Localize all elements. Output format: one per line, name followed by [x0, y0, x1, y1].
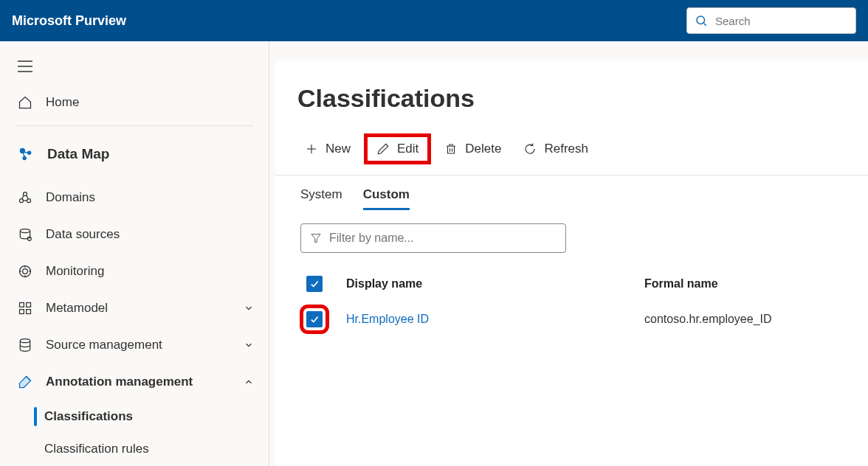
nav-domains[interactable]: Domains — [0, 179, 269, 216]
nav-source-management[interactable]: Source management — [0, 327, 269, 364]
plus-icon — [305, 142, 318, 156]
nav-section-label: Data Map — [47, 146, 109, 162]
svg-rect-22 — [27, 303, 31, 307]
row-checkbox[interactable] — [306, 311, 323, 327]
filter-icon — [310, 232, 322, 244]
filter-box[interactable] — [300, 223, 566, 253]
svg-rect-24 — [27, 310, 31, 314]
row-display-name[interactable]: Hr.Employee ID — [346, 313, 627, 326]
edit-button[interactable]: Edit — [364, 133, 431, 164]
search-icon — [695, 14, 708, 27]
nav-item-label: Data sources — [46, 227, 120, 242]
table-row: Hr.Employee ID contoso.hr.employee_ID — [300, 302, 843, 337]
new-button[interactable]: New — [296, 137, 359, 161]
nav-divider — [15, 125, 254, 126]
chevron-down-icon — [244, 340, 254, 350]
svg-point-13 — [20, 229, 30, 233]
chevron-down-icon — [244, 303, 254, 313]
check-icon — [309, 314, 320, 324]
trash-icon — [444, 142, 458, 156]
nav-item-label: Domains — [46, 190, 95, 205]
global-search[interactable] — [686, 7, 856, 34]
svg-line-1 — [703, 23, 706, 25]
nav-section-data-map[interactable]: Data Map — [0, 133, 269, 175]
pencil-icon — [376, 142, 390, 156]
delete-button[interactable]: Delete — [435, 137, 510, 161]
nav-item-label: Source management — [46, 338, 162, 352]
svg-point-16 — [23, 269, 28, 274]
toolbar-label: Edit — [397, 142, 418, 156]
monitoring-icon — [18, 264, 32, 279]
data-sources-icon — [18, 227, 32, 242]
app-header: Microsoft Purview — [0, 0, 868, 41]
subnav-label: Classification rules — [44, 442, 149, 456]
sidebar: Home Data Map Domains Data sources Monit… — [0, 41, 269, 466]
subnav-classifications[interactable]: Classifications — [34, 400, 269, 433]
svg-line-9 — [23, 153, 24, 157]
refresh-button[interactable]: Refresh — [514, 137, 597, 161]
brand-title: Microsoft Purview — [12, 13, 126, 29]
svg-point-11 — [20, 199, 24, 203]
nav-data-sources[interactable]: Data sources — [0, 216, 269, 253]
toolbar-label: New — [326, 142, 351, 156]
nav-item-label: Annotation management — [46, 375, 193, 389]
nav-annotation-management[interactable]: Annotation management — [0, 364, 269, 400]
chevron-up-icon — [244, 377, 254, 387]
classifications-table: Display name Formal name Hr.Employee ID … — [275, 259, 868, 337]
metamodel-icon — [18, 301, 32, 316]
nav-item-label: Monitoring — [46, 264, 104, 279]
table-header: Display name Formal name — [300, 266, 843, 302]
nav-home-label: Home — [46, 95, 79, 110]
data-map-icon — [18, 146, 34, 162]
svg-point-12 — [27, 199, 31, 203]
home-icon — [18, 95, 32, 110]
main-content: Classifications New Edit Delete Refresh … — [275, 60, 868, 466]
svg-rect-21 — [20, 303, 24, 307]
search-input[interactable] — [715, 15, 848, 27]
nav-metamodel[interactable]: Metamodel — [0, 290, 269, 327]
nav-home[interactable]: Home — [0, 84, 269, 121]
nav-item-label: Metamodel — [46, 301, 108, 316]
subnav-classification-rules[interactable]: Classification rules — [34, 433, 269, 465]
nav-monitoring[interactable]: Monitoring — [0, 253, 269, 290]
toolbar-label: Delete — [465, 142, 501, 156]
refresh-icon — [523, 142, 537, 156]
toolbar-label: Refresh — [544, 142, 588, 156]
subnav-label: Classifications — [44, 409, 133, 424]
svg-marker-29 — [311, 234, 320, 243]
toolbar: New Edit Delete Refresh — [275, 133, 868, 175]
svg-rect-23 — [20, 310, 24, 314]
check-icon — [309, 279, 320, 289]
svg-line-8 — [24, 152, 28, 153]
filter-input[interactable] — [329, 232, 557, 245]
select-all-checkbox[interactable] — [306, 276, 323, 292]
page-title: Classifications — [275, 84, 868, 113]
column-formal-name[interactable]: Formal name — [644, 277, 843, 291]
svg-point-25 — [20, 339, 30, 343]
tab-custom[interactable]: Custom — [363, 187, 410, 210]
hamburger-icon[interactable] — [18, 60, 32, 72]
source-management-icon — [18, 338, 32, 352]
tab-system[interactable]: System — [300, 187, 342, 210]
column-display-name[interactable]: Display name — [346, 277, 627, 291]
svg-point-0 — [697, 16, 705, 24]
annotation-icon — [18, 375, 32, 389]
tabs: System Custom — [275, 187, 868, 210]
domains-icon — [18, 190, 32, 205]
row-formal-name: contoso.hr.employee_ID — [644, 313, 843, 326]
